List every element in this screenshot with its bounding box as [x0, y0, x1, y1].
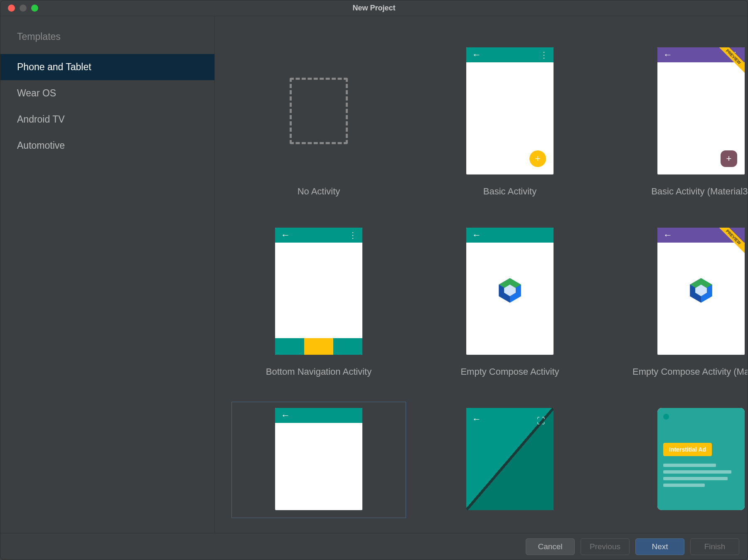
ad-button: Interstitial Ad: [663, 443, 712, 456]
appbar: ← ⋮: [275, 228, 362, 243]
template-card-bottom-navigation[interactable]: ← ⋮ Bottom Navigation Activity: [231, 221, 406, 385]
template-label: No Activity: [298, 186, 340, 197]
previous-button: Previous: [581, 538, 630, 555]
template-card-basic-activity-m3[interactable]: ← ⋮ PREVIEW + Basic Activity (Material3): [614, 41, 748, 205]
template-card-interstitial-ad[interactable]: Interstitial Ad: [614, 402, 748, 518]
template-label: Empty Compose Activity: [460, 366, 559, 377]
thumbnail: ← ⛶: [466, 408, 554, 510]
cancel-button[interactable]: Cancel: [526, 538, 575, 555]
thumbnail: ← ⋮ +: [466, 47, 554, 174]
overflow-menu-icon: ⋮: [540, 51, 548, 59]
overflow-menu-icon: ⋮: [349, 231, 357, 239]
body: Templates Phone and Tablet Wear OS Andro…: [0, 16, 748, 533]
footer: Cancel Previous Next Finish: [0, 533, 748, 560]
finish-button: Finish: [690, 538, 739, 555]
template-card-fullscreen[interactable]: ← ⛶: [423, 402, 597, 518]
traffic-lights: [0, 5, 38, 12]
back-arrow-icon: ←: [472, 50, 481, 59]
thumbnail: ← ⋮ PREVIEW +: [657, 47, 745, 174]
fab-icon: +: [529, 150, 546, 167]
back-arrow-icon: ←: [472, 231, 481, 240]
fullscreen-icon: ⛶: [537, 416, 545, 426]
template-label: Empty Compose Activity (Materi...: [632, 366, 748, 377]
back-arrow-icon: ←: [663, 50, 672, 59]
template-label: Bottom Navigation Activity: [266, 366, 372, 377]
appbar: ← ⋮: [466, 47, 554, 62]
appbar: ←: [275, 408, 362, 423]
thumbnail: [275, 47, 362, 174]
template-card-empty-compose[interactable]: ← Empty Compose Activity: [423, 221, 597, 385]
sidebar-item-wear-os[interactable]: Wear OS: [0, 80, 214, 106]
compose-logo-icon: [686, 276, 716, 307]
sidebar: Templates Phone and Tablet Wear OS Andro…: [0, 16, 215, 533]
next-button[interactable]: Next: [635, 538, 684, 555]
titlebar: New Project: [0, 0, 748, 16]
thumbnail: Interstitial Ad: [657, 408, 745, 510]
template-label: Basic Activity: [483, 186, 536, 197]
sidebar-item-android-tv[interactable]: Android TV: [0, 106, 214, 133]
dashed-rect-icon: [290, 78, 348, 144]
window-title: New Project: [352, 4, 395, 12]
back-arrow-icon: ←: [281, 411, 290, 420]
template-card-empty-compose-m3[interactable]: ← PREVIEW Emp: [614, 221, 748, 385]
sidebar-item-phone-tablet[interactable]: Phone and Tablet: [0, 54, 214, 80]
template-card-basic-activity[interactable]: ← ⋮ + Basic Activity: [423, 41, 597, 205]
thumbnail: ←: [275, 408, 362, 510]
thumbnail: ← ⋮: [275, 228, 362, 355]
template-card-empty-activity[interactable]: ←: [231, 402, 406, 518]
thumbnail: ←: [466, 228, 554, 355]
template-label: Basic Activity (Material3): [651, 186, 748, 197]
fab-icon: +: [721, 150, 737, 167]
maximize-window-icon[interactable]: [31, 5, 38, 12]
thumbnail: ← PREVIEW: [657, 228, 745, 355]
compose-logo-icon: [495, 276, 524, 307]
template-grid-container[interactable]: No Activity ← ⋮ + Basic Activity: [215, 16, 748, 533]
minimize-window-icon[interactable]: [20, 5, 27, 12]
template-grid: No Activity ← ⋮ + Basic Activity: [231, 41, 731, 518]
bottom-nav: [275, 338, 362, 355]
close-window-icon[interactable]: [8, 5, 15, 12]
back-arrow-icon: ←: [663, 231, 672, 240]
new-project-window: New Project Templates Phone and Tablet W…: [0, 0, 748, 560]
template-card-no-activity[interactable]: No Activity: [231, 41, 406, 205]
appbar: ←: [466, 228, 554, 243]
back-arrow-icon: ←: [472, 415, 481, 424]
back-arrow-icon: ←: [281, 231, 290, 240]
dot-icon: [663, 414, 669, 420]
sidebar-item-automotive[interactable]: Automotive: [0, 133, 214, 159]
sidebar-header: Templates: [0, 31, 214, 54]
